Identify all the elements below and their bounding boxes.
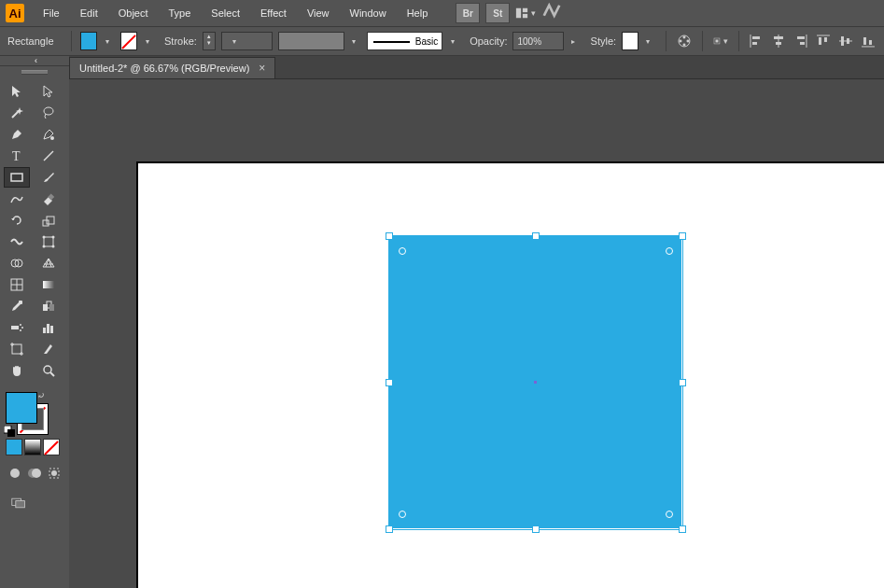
menu-type[interactable]: Type (160, 4, 201, 22)
selection-handle[interactable] (386, 525, 393, 533)
style-dropdown-icon[interactable]: ▾ (644, 33, 652, 49)
bridge-button[interactable]: Br (456, 3, 480, 23)
rotate-tool-icon[interactable] (4, 210, 30, 231)
svg-rect-24 (847, 38, 849, 44)
draw-normal-icon[interactable] (6, 463, 23, 483)
svg-rect-26 (863, 37, 866, 45)
swap-fill-stroke-icon[interactable]: ⤾ (37, 390, 45, 400)
selection-tool-icon[interactable] (4, 81, 30, 102)
gradient-mode-icon[interactable] (24, 439, 41, 455)
close-tab-icon[interactable]: × (259, 62, 265, 75)
slice-tool-icon[interactable] (35, 339, 62, 359)
corner-widget-icon[interactable] (399, 511, 406, 518)
free-transform-tool-icon[interactable] (35, 231, 62, 252)
selection-handle[interactable] (679, 232, 686, 240)
eraser-tool-icon[interactable] (35, 189, 62, 209)
menu-edit[interactable]: Edit (71, 4, 107, 22)
eyedropper-tool-icon[interactable] (4, 296, 30, 316)
pen-tool-icon[interactable] (4, 124, 30, 145)
stock-button[interactable]: St (485, 3, 510, 23)
direct-selection-tool-icon[interactable] (35, 81, 62, 102)
variable-width-profile[interactable] (278, 32, 344, 50)
curvature-tool-icon[interactable] (35, 124, 62, 145)
selection-handle[interactable] (679, 379, 686, 386)
brush-dropdown-icon[interactable]: ▾ (448, 33, 456, 49)
rectangle-tool-icon[interactable] (4, 167, 30, 188)
selection-handle[interactable] (532, 232, 540, 240)
gradient-tool-icon[interactable] (35, 274, 62, 295)
menu-select[interactable]: Select (202, 4, 249, 22)
align-to-icon[interactable]: ▾ (713, 33, 728, 49)
svg-rect-23 (841, 36, 844, 46)
document-area: Untitled-2* @ 66.67% (RGB/Preview) × (69, 56, 884, 588)
stroke-dropdown-icon[interactable]: ▾ (143, 33, 151, 49)
stroke-weight-field[interactable]: ▾ (221, 32, 272, 50)
document-tab[interactable]: Untitled-2* @ 66.67% (RGB/Preview) × (69, 57, 275, 78)
zoom-tool-icon[interactable] (35, 360, 62, 381)
align-center-v-icon[interactable] (838, 33, 853, 49)
selection-handle[interactable] (386, 379, 393, 386)
opacity-field[interactable]: 100% (512, 32, 563, 50)
corner-widget-icon[interactable] (666, 511, 673, 518)
default-fill-stroke-icon[interactable] (4, 426, 15, 437)
paintbrush-tool-icon[interactable] (35, 167, 62, 188)
collapse-panel-icon[interactable]: ‹‹ (0, 56, 69, 66)
recolor-artwork-icon[interactable] (677, 33, 692, 49)
menu-object[interactable]: Object (109, 4, 158, 22)
gpu-preview-icon[interactable] (541, 5, 562, 21)
graphic-style-swatch[interactable] (622, 32, 638, 50)
arrange-documents-icon[interactable]: ▾ (515, 5, 536, 21)
corner-widget-icon[interactable] (666, 247, 673, 255)
fill-swatch[interactable] (80, 32, 97, 50)
stroke-swatch[interactable] (120, 32, 137, 50)
fill-dropdown-icon[interactable]: ▾ (103, 33, 111, 49)
align-bottom-icon[interactable] (861, 33, 876, 49)
color-mode-icon[interactable] (6, 439, 22, 455)
shaper-tool-icon[interactable] (4, 189, 30, 209)
menu-help[interactable]: Help (398, 4, 438, 22)
none-mode-icon[interactable] (43, 439, 60, 455)
corner-widget-icon[interactable] (399, 247, 406, 255)
screen-mode-icon[interactable] (6, 493, 32, 513)
mesh-tool-icon[interactable] (4, 274, 30, 295)
artboard-tool-icon[interactable] (4, 339, 30, 359)
menu-view[interactable]: View (298, 4, 339, 22)
svg-rect-12 (752, 42, 757, 45)
brush-definition[interactable]: Basic (367, 32, 442, 50)
symbol-sprayer-tool-icon[interactable] (4, 317, 30, 338)
align-top-icon[interactable] (816, 33, 831, 49)
svg-rect-37 (44, 237, 53, 246)
stroke-weight-stepper[interactable]: ▴▾ (203, 32, 216, 50)
line-segment-tool-icon[interactable] (35, 146, 62, 166)
selection-handle[interactable] (532, 525, 540, 533)
svg-rect-74 (16, 501, 25, 508)
perspective-grid-tool-icon[interactable] (35, 253, 62, 273)
align-right-icon[interactable] (793, 33, 808, 49)
blend-tool-icon[interactable] (35, 296, 62, 316)
width-tool-icon[interactable] (4, 231, 30, 252)
shape-builder-tool-icon[interactable] (4, 253, 30, 273)
magic-wand-tool-icon[interactable] (4, 103, 30, 123)
menu-window[interactable]: Window (341, 4, 396, 22)
draw-behind-icon[interactable] (25, 463, 43, 483)
fill-color-swatch[interactable] (6, 392, 37, 424)
scale-tool-icon[interactable] (35, 210, 62, 231)
canvas-viewport[interactable] (69, 79, 884, 588)
menu-effect[interactable]: Effect (251, 4, 296, 22)
align-left-icon[interactable] (749, 33, 764, 49)
type-tool-icon[interactable]: T (4, 146, 30, 166)
lasso-tool-icon[interactable] (35, 103, 62, 123)
selection-handle[interactable] (679, 525, 686, 533)
column-graph-tool-icon[interactable] (35, 317, 62, 338)
variable-width-dropdown-icon[interactable]: ▾ (350, 33, 358, 49)
svg-point-72 (51, 470, 57, 476)
opacity-dropdown-icon[interactable]: ▸ (569, 33, 578, 49)
fill-stroke-indicator[interactable]: ⤾ (6, 392, 49, 435)
draw-inside-icon[interactable] (46, 463, 63, 483)
selection-handle[interactable] (386, 232, 393, 240)
panel-grip[interactable] (0, 66, 69, 77)
app-logo-icon[interactable]: Ai (6, 4, 24, 22)
hand-tool-icon[interactable] (4, 360, 30, 381)
menu-file[interactable]: File (34, 4, 69, 22)
align-center-h-icon[interactable] (771, 33, 786, 49)
